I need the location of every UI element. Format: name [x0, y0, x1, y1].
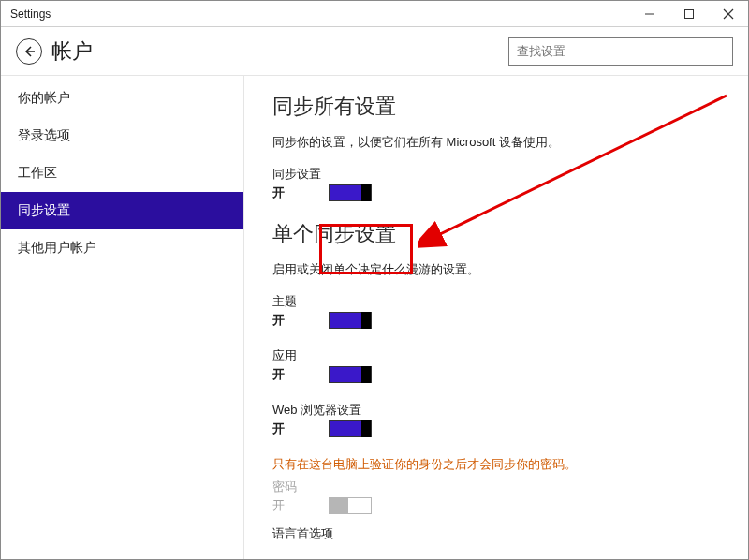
setting-state: 开 — [272, 420, 310, 437]
window-title: Settings — [1, 7, 51, 21]
sidebar-item-workplace[interactable]: 工作区 — [1, 155, 243, 192]
setting-theme: 主题 开 — [272, 293, 720, 329]
setting-label: Web 浏览器设置 — [272, 402, 720, 419]
close-button[interactable] — [709, 1, 748, 27]
setting-apps: 应用 开 — [272, 347, 720, 383]
sidebar-item-label: 同步设置 — [18, 202, 70, 219]
sidebar-item-signin-options[interactable]: 登录选项 — [1, 117, 243, 155]
sidebar-item-label: 工作区 — [18, 165, 57, 182]
sidebar-item-label: 登录选项 — [18, 127, 70, 144]
toggle-password — [329, 497, 372, 514]
section-title-sync-all: 同步所有设置 — [272, 93, 720, 121]
setting-state: 开 — [272, 366, 310, 383]
toggle-apps[interactable] — [329, 366, 372, 383]
section-desc-individual: 启用或关闭单个决定什么漫游的设置。 — [272, 261, 720, 278]
sidebar-item-other-users[interactable]: 其他用户帐户 — [1, 229, 243, 267]
sidebar-item-your-account[interactable]: 你的帐户 — [1, 80, 243, 117]
search-input[interactable] — [508, 37, 733, 66]
setting-label: 应用 — [272, 347, 720, 364]
toggle-sync-settings[interactable] — [329, 184, 372, 201]
sidebar-item-label: 你的帐户 — [18, 90, 70, 107]
setting-label: 语言首选项 — [272, 525, 720, 542]
maximize-button[interactable] — [669, 1, 709, 27]
setting-label: 密码 — [272, 479, 720, 495]
page-title: 帐户 — [51, 37, 93, 66]
toggle-web-browser[interactable] — [329, 420, 372, 437]
svg-rect-1 — [685, 9, 694, 18]
password-sync-warning: 只有在这台电脑上验证你的身份之后才会同步你的密码。 — [272, 456, 720, 473]
setting-state: 开 — [272, 497, 310, 514]
section-desc-sync-all: 同步你的设置，以便它们在所有 Microsoft 设备使用。 — [272, 134, 720, 151]
setting-web-browser: Web 浏览器设置 开 — [272, 402, 720, 437]
section-title-individual: 单个同步设置 — [272, 220, 720, 248]
setting-label: 同步设置 — [272, 166, 720, 183]
content-area: 同步所有设置 同步你的设置，以便它们在所有 Microsoft 设备使用。 同步… — [244, 76, 748, 559]
header: 帐户 — [1, 27, 748, 76]
sidebar-item-sync-settings[interactable]: 同步设置 — [1, 192, 243, 229]
toggle-theme[interactable] — [329, 312, 372, 329]
sidebar-item-label: 其他用户帐户 — [18, 240, 96, 257]
setting-label: 主题 — [272, 293, 720, 310]
back-button[interactable] — [16, 38, 42, 65]
setting-state: 开 — [272, 312, 310, 329]
minimize-button[interactable] — [630, 1, 669, 27]
setting-language: 语言首选项 — [272, 525, 720, 542]
setting-state: 开 — [272, 184, 310, 201]
titlebar: Settings — [1, 1, 748, 27]
setting-password: 密码 开 — [272, 479, 720, 514]
setting-sync-settings: 同步设置 开 — [272, 166, 720, 201]
sidebar: 你的帐户 登录选项 工作区 同步设置 其他用户帐户 — [1, 76, 244, 559]
